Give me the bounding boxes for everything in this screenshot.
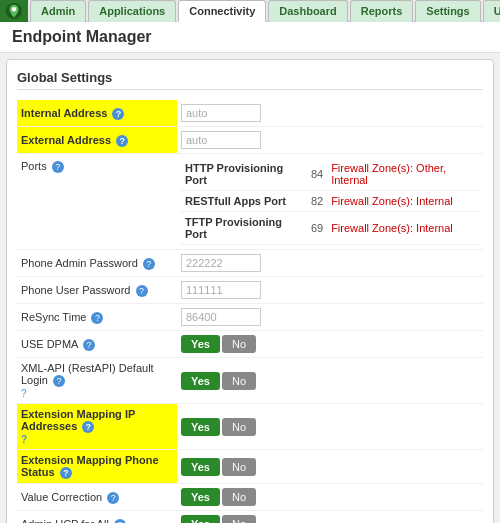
btn-yes-admin-ucp-for-all[interactable]: Yes [181, 515, 220, 523]
port-name-tftp: TFTP Provisioning Port [181, 212, 307, 245]
row-use-dpma: USE DPMA ? Yes No [17, 331, 483, 358]
label-xml-api: XML-API (RestAPI) Default Login ? ? [17, 358, 177, 404]
port-number-restfull: 82 [307, 191, 327, 212]
row-ports: Ports ? HTTP Provisioning Port 84 Firewa… [17, 154, 483, 250]
ports-table-cell: HTTP Provisioning Port 84 Firewall Zone(… [177, 154, 483, 250]
sub-help-extension-mapping-ip[interactable]: ? [21, 434, 27, 445]
help-extension-mapping-phone[interactable]: ? [60, 467, 72, 479]
port-firewall-tftp: Firewall Zone(s): Internal [327, 212, 479, 245]
btn-yes-extension-mapping-phone[interactable]: Yes [181, 458, 220, 476]
label-resync-time: ReSync Time ? [17, 304, 177, 331]
value-xml-api: Yes No [177, 358, 483, 404]
port-firewall-restfull: Firewall Zone(s): Internal [327, 191, 479, 212]
btn-yes-extension-mapping-ip[interactable]: Yes [181, 418, 220, 436]
help-use-dpma[interactable]: ? [83, 339, 95, 351]
label-extension-mapping-ip: Extension Mapping IP Addresses ? ? [17, 404, 177, 450]
top-nav: Admin Applications Connectivity Dashboar… [0, 0, 500, 22]
help-phone-admin-password[interactable]: ? [143, 258, 155, 270]
label-phone-admin-password: Phone Admin Password ? [17, 250, 177, 277]
tab-admin[interactable]: Admin [30, 0, 86, 22]
btn-no-use-dpma[interactable]: No [222, 335, 256, 353]
btn-yes-xml-api[interactable]: Yes [181, 372, 220, 390]
value-extension-mapping-ip: Yes No [177, 404, 483, 450]
value-phone-user-password [177, 277, 483, 304]
row-xml-api: XML-API (RestAPI) Default Login ? ? Yes … [17, 358, 483, 404]
label-use-dpma: USE DPMA ? [17, 331, 177, 358]
help-external-address[interactable]: ? [116, 135, 128, 147]
sub-help-xml-api[interactable]: ? [21, 388, 27, 399]
value-admin-ucp-for-all: Yes No [177, 511, 483, 524]
btn-group-use-dpma: Yes No [181, 335, 479, 353]
port-name-restfull: RESTfull Apps Port [181, 191, 307, 212]
label-ports: Ports ? [17, 154, 177, 250]
value-resync-time [177, 304, 483, 331]
btn-group-extension-mapping-ip: Yes No [181, 418, 479, 436]
input-resync-time[interactable] [181, 308, 261, 326]
main-content: Global Settings Internal Address ? Exter… [6, 59, 494, 523]
svg-point-1 [12, 6, 17, 11]
tab-applications[interactable]: Applications [88, 0, 176, 22]
row-extension-mapping-ip: Extension Mapping IP Addresses ? ? Yes N… [17, 404, 483, 450]
btn-group-admin-ucp-for-all: Yes No [181, 515, 479, 523]
label-extension-mapping-phone: Extension Mapping Phone Status ? [17, 450, 177, 484]
value-extension-mapping-phone: Yes No [177, 450, 483, 484]
btn-group-extension-mapping-phone: Yes No [181, 458, 479, 476]
section-title: Global Settings [17, 70, 483, 90]
port-name-http: HTTP Provisioning Port [181, 158, 307, 191]
tab-settings[interactable]: Settings [415, 0, 480, 22]
row-value-correction: Value Correction ? Yes No [17, 484, 483, 511]
port-row-tftp: TFTP Provisioning Port 69 Firewall Zone(… [181, 212, 479, 245]
value-use-dpma: Yes No [177, 331, 483, 358]
input-external-address[interactable] [181, 131, 261, 149]
help-value-correction[interactable]: ? [107, 492, 119, 504]
btn-no-extension-mapping-phone[interactable]: No [222, 458, 256, 476]
value-external-address [177, 127, 483, 154]
btn-group-value-correction: Yes No [181, 488, 479, 506]
help-resync-time[interactable]: ? [91, 312, 103, 324]
btn-group-xml-api: Yes No [181, 372, 479, 390]
settings-form: Internal Address ? External Address ? Po… [17, 100, 483, 523]
row-admin-ucp-for-all: Admin UCP for All ? Yes No [17, 511, 483, 524]
tab-ucp[interactable]: UCP [483, 0, 500, 22]
label-admin-ucp-for-all: Admin UCP for All ? [17, 511, 177, 524]
value-phone-admin-password [177, 250, 483, 277]
input-phone-user-password[interactable] [181, 281, 261, 299]
label-phone-user-password: Phone User Password ? [17, 277, 177, 304]
row-extension-mapping-phone: Extension Mapping Phone Status ? Yes No [17, 450, 483, 484]
help-admin-ucp-for-all[interactable]: ? [114, 519, 126, 524]
help-ports[interactable]: ? [52, 161, 64, 173]
port-number-tftp: 69 [307, 212, 327, 245]
btn-no-extension-mapping-ip[interactable]: No [222, 418, 256, 436]
row-internal-address: Internal Address ? [17, 100, 483, 127]
port-row-http: HTTP Provisioning Port 84 Firewall Zone(… [181, 158, 479, 191]
btn-no-admin-ucp-for-all[interactable]: No [222, 515, 256, 523]
help-phone-user-password[interactable]: ? [136, 285, 148, 297]
ports-table: HTTP Provisioning Port 84 Firewall Zone(… [181, 158, 479, 245]
btn-yes-value-correction[interactable]: Yes [181, 488, 220, 506]
port-row-restfull: RESTfull Apps Port 82 Firewall Zone(s): … [181, 191, 479, 212]
help-extension-mapping-ip[interactable]: ? [82, 421, 94, 433]
logo [0, 0, 28, 22]
value-internal-address [177, 100, 483, 127]
help-internal-address[interactable]: ? [112, 108, 124, 120]
label-external-address: External Address ? [17, 127, 177, 154]
tab-dashboard[interactable]: Dashboard [268, 0, 347, 22]
help-xml-api[interactable]: ? [53, 375, 65, 387]
label-value-correction: Value Correction ? [17, 484, 177, 511]
input-phone-admin-password[interactable] [181, 254, 261, 272]
row-phone-admin-password: Phone Admin Password ? [17, 250, 483, 277]
btn-no-value-correction[interactable]: No [222, 488, 256, 506]
row-external-address: External Address ? [17, 127, 483, 154]
btn-yes-use-dpma[interactable]: Yes [181, 335, 220, 353]
value-value-correction: Yes No [177, 484, 483, 511]
tab-reports[interactable]: Reports [350, 0, 414, 22]
row-resync-time: ReSync Time ? [17, 304, 483, 331]
btn-no-xml-api[interactable]: No [222, 372, 256, 390]
label-internal-address: Internal Address ? [17, 100, 177, 127]
row-phone-user-password: Phone User Password ? [17, 277, 483, 304]
input-internal-address[interactable] [181, 104, 261, 122]
port-number-http: 84 [307, 158, 327, 191]
tab-connectivity[interactable]: Connectivity [178, 0, 266, 22]
port-firewall-http: Firewall Zone(s): Other, Internal [327, 158, 479, 191]
page-title: Endpoint Manager [0, 22, 500, 53]
